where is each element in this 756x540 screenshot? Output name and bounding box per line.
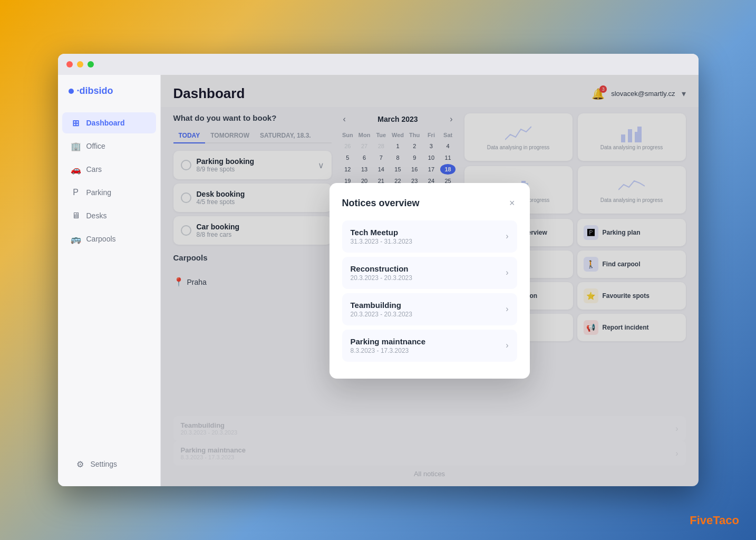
browser-window: ·dibsido ⊞ Dashboard 🏢 Office 🚗 Cars P P… xyxy=(58,54,699,486)
parking-icon: P xyxy=(71,187,81,198)
logo: ·dibsido xyxy=(58,85,160,111)
modal-header: Notices overview × xyxy=(342,196,517,211)
chevron-right-icon: › xyxy=(506,341,508,350)
cars-icon: 🚗 xyxy=(71,164,81,175)
chevron-right-icon: › xyxy=(506,268,508,277)
modal-notice-info-3: Teambuilding 20.3.2023 - 20.3.2023 xyxy=(351,301,412,318)
modal-notice-item-4[interactable]: Parking maintnance 8.3.2023 - 17.3.2023 … xyxy=(342,330,517,362)
carpools-icon: 🚌 xyxy=(71,234,81,244)
sidebar-item-dashboard[interactable]: ⊞ Dashboard xyxy=(62,112,156,133)
sidebar-item-label: Desks xyxy=(86,211,107,220)
modal-notice-info-2: Reconstruction 20.3.2023 - 20.3.2023 xyxy=(351,264,412,282)
chevron-right-icon: › xyxy=(506,304,508,314)
settings-label: Settings xyxy=(91,460,118,468)
modal-notice-item-2[interactable]: Reconstruction 20.3.2023 - 20.3.2023 › xyxy=(342,257,517,289)
sidebar-bottom: ⚙ Settings xyxy=(58,452,160,476)
sidebar-item-settings[interactable]: ⚙ Settings xyxy=(66,454,152,475)
modal-notice-name-4: Parking maintnance xyxy=(351,337,426,346)
modal-title: Notices overview xyxy=(342,198,420,209)
sidebar-item-desks[interactable]: 🖥 Desks xyxy=(62,205,156,226)
minimize-button[interactable] xyxy=(77,61,83,68)
settings-icon: ⚙ xyxy=(75,459,85,469)
notices-modal: Notices overview × Tech Meetup 31.3.2023… xyxy=(329,183,530,379)
sidebar-item-label: Carpools xyxy=(86,235,116,243)
sidebar: ·dibsido ⊞ Dashboard 🏢 Office 🚗 Cars P P… xyxy=(58,75,161,486)
modal-notice-date-3: 20.3.2023 - 20.3.2023 xyxy=(351,311,412,318)
sidebar-item-label: Office xyxy=(86,142,105,150)
main-content: Dashboard 🔔 3 slovacek@smartly.cz ▾ What… xyxy=(161,75,699,486)
modal-notice-info-4: Parking maintnance 8.3.2023 - 17.3.2023 xyxy=(351,337,426,354)
brand-prefix: Five xyxy=(690,514,713,527)
modal-notice-item-3[interactable]: Teambuilding 20.3.2023 - 20.3.2023 › xyxy=(342,293,517,325)
modal-notice-date-4: 8.3.2023 - 17.3.2023 xyxy=(351,347,426,354)
logo-dot-icon xyxy=(69,89,74,94)
desks-icon: 🖥 xyxy=(71,210,81,221)
modal-close-button[interactable]: × xyxy=(507,196,517,211)
office-icon: 🏢 xyxy=(71,141,81,151)
sidebar-item-label: Parking xyxy=(86,188,111,197)
fivetaco-brand: FiveTaco xyxy=(690,514,739,527)
modal-notice-date-1: 31.3.2023 - 31.3.2023 xyxy=(351,238,412,245)
close-button[interactable] xyxy=(66,61,73,68)
sidebar-item-office[interactable]: 🏢 Office xyxy=(62,136,156,157)
modal-notice-name-1: Tech Meetup xyxy=(351,228,412,237)
app-body: ·dibsido ⊞ Dashboard 🏢 Office 🚗 Cars P P… xyxy=(58,75,699,486)
fullscreen-button[interactable] xyxy=(88,61,94,68)
logo-text: ·dibsido xyxy=(77,85,113,97)
modal-notice-item-1[interactable]: Tech Meetup 31.3.2023 - 31.3.2023 › xyxy=(342,220,517,253)
chevron-right-icon: › xyxy=(506,232,508,241)
title-bar xyxy=(58,54,699,75)
modal-notice-info-1: Tech Meetup 31.3.2023 - 31.3.2023 xyxy=(351,228,412,245)
sidebar-item-label: Cars xyxy=(86,165,102,173)
modal-notice-name-2: Reconstruction xyxy=(351,264,412,273)
modal-backdrop[interactable]: Notices overview × Tech Meetup 31.3.2023… xyxy=(161,75,699,486)
brand-suffix: Taco xyxy=(713,514,739,527)
modal-notice-name-3: Teambuilding xyxy=(351,301,412,310)
sidebar-item-label: Dashboard xyxy=(86,119,125,127)
modal-notice-date-2: 20.3.2023 - 20.3.2023 xyxy=(351,274,412,282)
sidebar-item-carpools[interactable]: 🚌 Carpools xyxy=(62,228,156,249)
sidebar-item-parking[interactable]: P Parking xyxy=(62,182,156,203)
dashboard-icon: ⊞ xyxy=(71,118,81,128)
sidebar-item-cars[interactable]: 🚗 Cars xyxy=(62,159,156,180)
